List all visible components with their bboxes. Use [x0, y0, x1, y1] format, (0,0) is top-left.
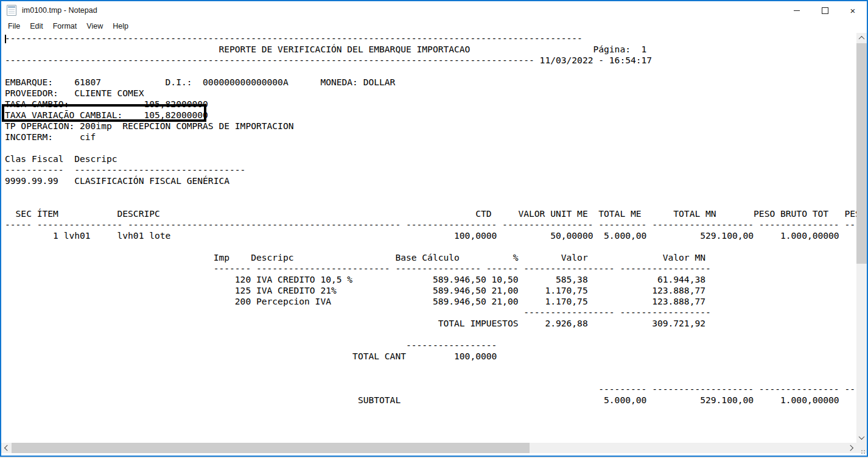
close-icon: × — [850, 6, 856, 15]
vertical-scrollbar[interactable] — [856, 33, 867, 443]
chevron-up-icon — [859, 36, 865, 42]
vertical-scroll-thumb[interactable] — [856, 43, 867, 264]
scroll-left-button[interactable] — [1, 443, 12, 453]
minimize-button[interactable] — [783, 1, 811, 19]
scroll-right-button[interactable] — [846, 443, 856, 453]
menu-item-edit[interactable]: Edit — [25, 20, 48, 32]
horizontal-scroll-thumb[interactable] — [12, 443, 530, 453]
minimize-icon — [794, 10, 800, 11]
notepad-window: im0100.tmp - Notepad × File Edit Format … — [0, 0, 868, 457]
chevron-down-icon — [859, 434, 865, 440]
maximize-icon — [822, 7, 828, 14]
document-text: ----------------------------------------… — [1, 33, 856, 406]
scroll-up-button[interactable] — [856, 33, 867, 43]
titlebar[interactable]: im0100.tmp - Notepad × — [1, 1, 867, 19]
window-title: im0100.tmp - Notepad — [22, 6, 97, 15]
window-controls: × — [783, 1, 867, 19]
scroll-down-button[interactable] — [856, 432, 867, 443]
horizontal-scrollbar[interactable] — [1, 443, 856, 453]
resize-grip-icon — [864, 450, 865, 451]
chevron-right-icon — [847, 445, 853, 451]
menu-item-view[interactable]: View — [82, 20, 108, 32]
menu-item-format[interactable]: Format — [48, 20, 82, 32]
text-caret — [5, 35, 6, 43]
text-editor[interactable]: ----------------------------------------… — [1, 33, 856, 443]
menu-item-help[interactable]: Help — [108, 20, 133, 32]
menubar: File Edit Format View Help — [1, 19, 867, 33]
close-button[interactable]: × — [839, 1, 867, 19]
resize-grip[interactable] — [856, 443, 867, 453]
chevron-left-icon — [4, 445, 10, 451]
maximize-button[interactable] — [811, 1, 839, 19]
menu-item-file[interactable]: File — [3, 20, 25, 32]
notepad-icon — [7, 5, 16, 16]
